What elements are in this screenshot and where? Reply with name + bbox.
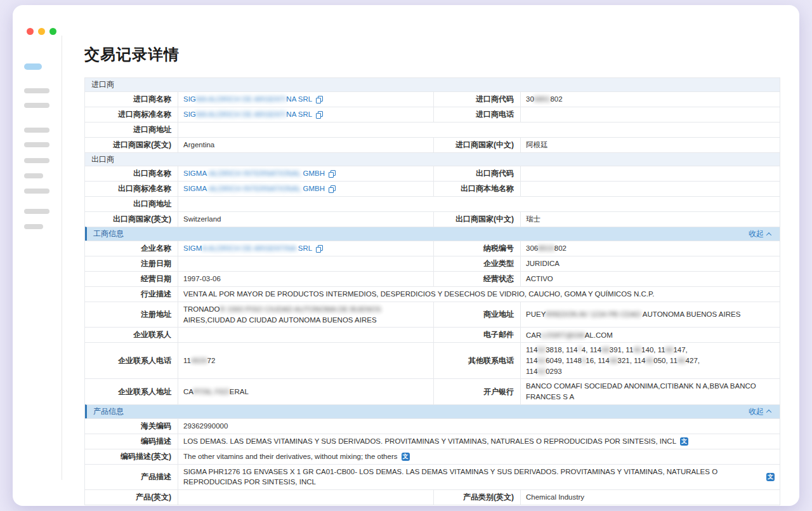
field-value: Chemical Industry [521, 490, 780, 505]
value-text: GMBH [301, 185, 325, 192]
field-value-link[interactable]: SIGMA-ALDRICH INTERNATIONAL GMBH [178, 166, 434, 181]
redacted-text: MA ALDRICH DE ARGENTI [196, 95, 287, 103]
redacted-text: 46 [678, 357, 686, 364]
section-header-importer: 进口商 [85, 78, 780, 91]
value-text: 29362990000 [183, 422, 228, 430]
redacted-text: 52 [537, 368, 546, 375]
field-label-text: 企业联系人 [133, 329, 171, 340]
field-value [178, 256, 434, 271]
collapse-label: 收起 [749, 406, 764, 417]
field-label: 进口商标准名称 [85, 107, 178, 122]
zoom-button[interactable] [49, 28, 56, 35]
field-label-text: 企业联系人电话 [118, 355, 171, 366]
field-value-link[interactable]: SIGMA ALDRICH DE ARGENTINA SRL [178, 92, 434, 107]
sidebar-item[interactable] [24, 189, 49, 194]
value-text: GMBH [301, 169, 325, 177]
value-text: AIRES,CIUDAD AD CIUDAD AUTONOMA BUENOS A… [183, 316, 377, 324]
sidebar-item[interactable] [24, 128, 49, 133]
table-row: 编码描述LOS DEMAS. LAS DEMAS VITAMINAS Y SUS… [85, 434, 780, 449]
value-wrap: Argentina [183, 140, 214, 150]
value-text: CA [183, 388, 193, 395]
field-value: SIGMA PHR1276 1G ENVASES X 1 GR CA01-CB0… [178, 465, 780, 489]
field-label-text: 产品描述 [141, 472, 171, 482]
field-label: 产品(英文) [85, 490, 178, 505]
field-value: LOS DEMAS. LAS DEMAS VITAMINAS Y SUS DER… [178, 434, 780, 449]
translate-icon[interactable]: 文 [766, 473, 775, 481]
field-label: 企业联系人地址 [85, 379, 178, 404]
copy-icon[interactable] [316, 96, 322, 103]
value-text: 114 [526, 368, 537, 375]
field-label-text: 出口商国家(英文) [113, 214, 171, 225]
redacted-text: 4926 [191, 357, 207, 364]
value-wrap: SIGMA ALDRICH DE ARGENTINA SRL [183, 109, 312, 120]
sidebar-item[interactable] [24, 209, 49, 214]
field-value [521, 166, 780, 181]
value-wrap: ACTIVO [526, 274, 553, 284]
field-label: 企业类型 [434, 256, 521, 271]
value-wrap: 306891802 [526, 94, 563, 105]
collapse-toggle[interactable]: 收起 [749, 229, 773, 239]
value-wrap: 11492672 [183, 355, 215, 366]
section-title: 工商信息 [93, 229, 124, 239]
detail-table: 进口商进口商名称SIGMA ALDRICH DE ARGENTINA SRL进口… [84, 77, 780, 505]
section-header-exporter: 出口商 [85, 152, 780, 166]
copy-icon[interactable] [316, 111, 322, 119]
field-value-link[interactable]: SIGMA ALDRICH DE ARGENTINA SRL [178, 107, 434, 122]
value-wrap: SIGMA PHR1276 1G ENVASES X 1 GR CA01-CB0… [183, 467, 763, 488]
value-wrap: 114523818, 11474, 11468391, 1145140, 114… [526, 345, 700, 376]
table-row: 企业联系人地址CAPITAL FEDERAL开户银行BANCO COMAFI S… [85, 378, 780, 404]
sidebar-item[interactable] [24, 173, 43, 178]
field-label-text: 纳税编号 [483, 243, 514, 254]
field-label: 出口商国家(英文) [85, 212, 178, 227]
value-wrap: 3068919802 [526, 243, 566, 254]
value-wrap: Chemical Industry [526, 492, 584, 503]
field-label: 企业名称 [85, 241, 178, 256]
table-row: 进口商名称SIGMA ALDRICH DE ARGENTINA SRL进口商代码… [85, 91, 780, 107]
value-text: Switzerland [183, 215, 221, 223]
copy-icon[interactable] [316, 245, 322, 253]
table-row: 进口商国家(英文)Argentina进口商国家(中文)阿根廷 [85, 137, 780, 152]
field-label-text: 出口商代码 [476, 168, 514, 179]
table-row: 编码描述(英文)The other vitamins and their der… [85, 449, 780, 464]
copy-icon[interactable] [329, 170, 335, 178]
chevron-up-icon [766, 232, 771, 237]
redacted-text: 68 [601, 346, 610, 354]
sidebar-item[interactable] [24, 158, 49, 163]
sidebar-item-active[interactable] [24, 63, 42, 70]
value-text: 306 [526, 244, 538, 252]
field-value-link[interactable]: SIGMA ALDRICH DE ARGENTINA SRL [178, 241, 434, 256]
sidebar-item[interactable] [24, 142, 49, 147]
table-row: 产品描述SIGMA PHR1276 1G ENVASES X 1 GR CA01… [85, 464, 780, 489]
browser-window: 交易记录详情 进口商进口商名称SIGMA ALDRICH DE ARGENTIN… [13, 5, 799, 506]
sidebar-item[interactable] [24, 103, 49, 108]
collapse-label: 收起 [749, 229, 764, 239]
copy-icon[interactable] [329, 185, 335, 193]
close-button[interactable] [27, 28, 34, 35]
collapse-toggle[interactable]: 收起 [749, 406, 773, 417]
table-row: 出口商地址 [85, 196, 780, 211]
field-value-link[interactable]: SIGMA-ALDRICH INTERNATIONAL GMBH [178, 182, 434, 196]
field-label: 进口商国家(中文) [434, 138, 521, 152]
value-text: 802 [554, 244, 566, 252]
field-value: BANCO COMAFI SOCIEDAD ANONIMA,CITIBANK N… [521, 379, 780, 404]
field-label: 进口商电话 [434, 107, 521, 122]
value-text: 114 [526, 346, 537, 354]
value-text: 16, 114 [586, 357, 610, 364]
field-label-text: 进口商地址 [133, 124, 171, 135]
field-value: The other vitamins and their derivatives… [178, 449, 780, 464]
value-text: 瑞士 [526, 215, 540, 223]
field-label-text: 进口商代码 [476, 94, 514, 105]
redacted-text: RREDON AV 1234 PB CDAD [546, 310, 641, 318]
field-value: CAPITAL FEDERAL [178, 379, 434, 404]
sidebar-item[interactable] [24, 88, 49, 93]
value-wrap: SIGMA ALDRICH DE ARGENTINA SRL [183, 243, 312, 254]
sidebar-item[interactable] [24, 224, 43, 229]
minimize-button[interactable] [38, 28, 45, 35]
translate-icon[interactable]: 文 [680, 437, 688, 446]
value-text: SIG [183, 110, 196, 118]
value-text: ERAL [230, 388, 249, 395]
field-label: 产品类别(英文) [434, 490, 521, 505]
value-text: 050, 11 [653, 357, 678, 364]
field-label: 注册地址 [85, 302, 178, 327]
translate-icon[interactable]: 文 [402, 453, 410, 461]
